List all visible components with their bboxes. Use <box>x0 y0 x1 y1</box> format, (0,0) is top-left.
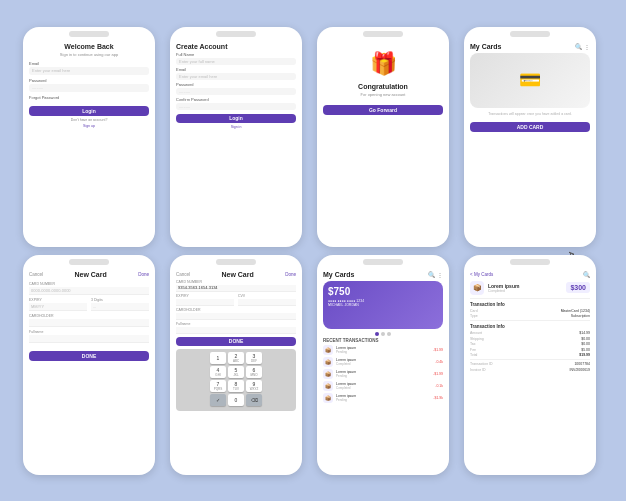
tx-status-1: Pending <box>336 350 433 354</box>
tx-id-row: Transaction ID 10007784 <box>470 362 590 366</box>
tx-status-3: Pending <box>336 374 433 378</box>
key-8[interactable]: 8TUV <box>228 380 244 392</box>
cardholder-input-6[interactable] <box>176 313 296 320</box>
grid-container: Welcome Back Sign in to continue using o… <box>23 27 603 475</box>
fee-row: Fee $5.00 <box>470 348 590 352</box>
tx-info-3: Lorem ipsum Pending <box>336 370 433 378</box>
tx-amount-2: -0.4k <box>435 360 443 364</box>
content-5: Cancel New Card Done CARD NUMBER 0000-00… <box>23 267 155 475</box>
fullname-label-5: Fullname <box>29 330 149 334</box>
key-1[interactable]: 1 <box>210 352 226 364</box>
tx-type-label: Type <box>470 314 478 318</box>
tx-card-row: Card MasterCard (1234) <box>470 309 590 313</box>
invoice-value: INV/2000619 <box>570 368 590 372</box>
key-star[interactable]: ✓ <box>210 394 226 406</box>
key-4[interactable]: 4GHI <box>210 366 226 378</box>
back-link[interactable]: < My Cards <box>470 272 493 277</box>
tx-type-value: Subscription <box>571 314 590 318</box>
login-button-1[interactable]: Login <box>29 106 149 116</box>
congratulation-subtitle: For opening new account <box>323 92 443 97</box>
my-cards-icons: 🔍 ⋮ <box>575 43 590 50</box>
total-label: Total <box>470 353 477 357</box>
tx-item-2[interactable]: 📦 Lorem ipsum Completed -0.4k <box>323 357 443 367</box>
shipping-label: Shipping <box>470 337 484 341</box>
add-card-button[interactable]: ADD CARD <box>470 122 590 132</box>
tx-detail-header: < My Cards 🔍 <box>470 271 590 278</box>
expiry-input-5[interactable]: MM/YY <box>29 303 87 311</box>
shipping-row: Shipping $0.00 <box>470 337 590 341</box>
done-link-6[interactable]: Done <box>285 272 296 277</box>
cvv-input-6[interactable] <box>238 299 296 306</box>
key-9[interactable]: 9WXYZ <box>246 380 262 392</box>
cvv-input-5[interactable]: ... <box>91 303 149 311</box>
expiry-input-6[interactable] <box>176 299 234 306</box>
cardholder-input-5[interactable] <box>29 319 149 327</box>
create-login-button[interactable]: Login <box>176 114 296 123</box>
content-8: < My Cards 🔍 📦 Lorem ipsum Completed $30… <box>464 267 596 475</box>
go-forward-button[interactable]: Go Forward <box>323 105 443 115</box>
card-number-input-5[interactable]: 0000-0000-0000-0000 <box>29 287 149 295</box>
done-button-5[interactable]: DONE <box>29 351 149 361</box>
confirm-password-label: Confirm Password <box>176 97 296 102</box>
expiry-col-6: EXPIRY <box>176 292 234 306</box>
cardholder-label-6: CARDHOLDER <box>176 308 296 312</box>
email-label-2: Email <box>176 67 296 72</box>
confirm-password-input[interactable]: .......... <box>176 103 296 110</box>
amount-label: Amount <box>470 331 482 335</box>
card-number-input-6[interactable]: 9354-3563-1654-3134 <box>176 285 296 292</box>
content-2: Create Account Full Name Enter your full… <box>170 39 302 247</box>
tx-info-section-title: Transaction Info <box>470 302 590 307</box>
my-cards-title: My Cards <box>470 43 502 50</box>
fullname-input-5[interactable] <box>29 335 149 343</box>
tx-card-label: Card <box>470 309 478 313</box>
content-4: My Cards 🔍 ⋮ 💳 Transactions will appear … <box>464 39 596 247</box>
expiry-label-5: EXPIRY <box>29 298 87 302</box>
card-visual[interactable]: $750 ●●●● ●●●● ●●●● 1234 MICHAEL JORDAN <box>323 281 443 329</box>
fullname-input-6[interactable] <box>176 327 296 334</box>
fullname-label-6: Fullname <box>176 322 296 326</box>
signin-link[interactable]: Sign in <box>176 125 296 129</box>
card-dots <box>323 332 443 336</box>
email-label-1: Email <box>29 61 149 66</box>
card-placeholder: 💳 <box>470 53 590 108</box>
invoice-row: Invoice ID INV/2000619 <box>470 368 590 372</box>
email-input-1[interactable]: Enter your email here <box>29 67 149 75</box>
amount-value: $14.99 <box>579 331 590 335</box>
phone-welcome: Welcome Back Sign in to continue using o… <box>23 27 155 247</box>
tx-icon-2: 📦 <box>323 357 333 367</box>
tx-item-4[interactable]: 📦 Lorem ipsum Completed -0.1k <box>323 381 443 391</box>
tx-info-4: Lorem ipsum Completed <box>336 382 435 390</box>
password-input-2[interactable]: .......... <box>176 88 296 95</box>
key-0[interactable]: 0 <box>228 394 244 406</box>
done-link-5[interactable]: Done <box>138 272 149 277</box>
notch-6 <box>216 259 256 265</box>
key-backspace[interactable]: ⌫ <box>246 394 262 406</box>
tx-item-5[interactable]: 📦 Lorem ipsum Pending -$1.9k <box>323 393 443 403</box>
password-input-1[interactable]: .......... <box>29 84 149 92</box>
tx-info-5: Lorem ipsum Pending <box>336 394 433 402</box>
keyboard-row-3: 7PQRS 8TUV 9WXYZ <box>178 380 294 392</box>
key-3[interactable]: 3DEF <box>246 352 262 364</box>
tx-detail-type: Completed <box>488 289 519 293</box>
done-button-6[interactable]: DONE <box>176 337 296 346</box>
key-6[interactable]: 6MNO <box>246 366 262 378</box>
tx-item-3[interactable]: 📦 Lorem ipsum Pending -$1.99 <box>323 369 443 379</box>
cancel-link-6[interactable]: Cancel <box>176 272 190 277</box>
cancel-link-5[interactable]: Cancel <box>29 272 43 277</box>
phone-create-account: Create Account Full Name Enter your full… <box>170 27 302 247</box>
email-input-2[interactable]: Enter your email here <box>176 73 296 80</box>
tx-item-1[interactable]: 📦 Lorem ipsum Pending -$1.99 <box>323 345 443 355</box>
cvv-label-6: CVV <box>238 294 296 298</box>
divider-2 <box>470 320 590 321</box>
no-account-text: Don't have an account? <box>29 118 149 122</box>
key-2[interactable]: 2ABC <box>228 352 244 364</box>
signup-link[interactable]: Sign up <box>29 124 149 128</box>
tx-card-value: MasterCard (1234) <box>561 309 590 313</box>
new-card-empty-header: Cancel New Card Done <box>29 271 149 278</box>
fee-value: $5.00 <box>581 348 590 352</box>
key-7[interactable]: 7PQRS <box>210 380 226 392</box>
gift-icon: 🎁 <box>368 49 398 79</box>
fullname-input[interactable]: Enter your full name <box>176 58 296 65</box>
tx-amount-5: -$1.9k <box>433 396 443 400</box>
key-5[interactable]: 5JKL <box>228 366 244 378</box>
